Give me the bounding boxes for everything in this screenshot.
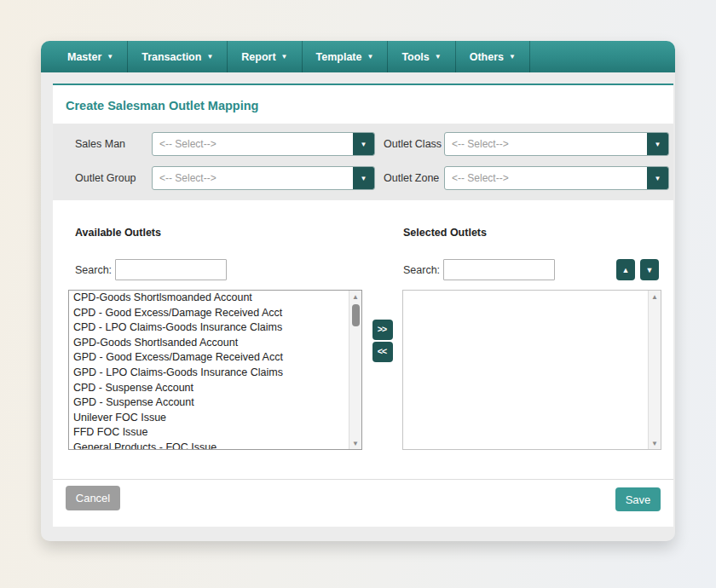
filter-form: Sales Man <-- Select--> ▼ Outlet Class <… bbox=[53, 124, 673, 200]
chevron-down-icon: ▼ bbox=[367, 54, 373, 61]
salesman-label: Sales Man bbox=[75, 138, 152, 150]
chevron-down-icon[interactable]: ▼ bbox=[353, 133, 374, 155]
available-search-label: Search: bbox=[75, 264, 112, 276]
list-item[interactable]: GPD - LPO Claims-Goods Insurance Claims bbox=[69, 366, 349, 381]
page-title: Create Salesman Outlet Mapping bbox=[66, 99, 258, 112]
menu-others-label: Others bbox=[470, 51, 504, 63]
chevron-down-icon: ▼ bbox=[435, 54, 442, 61]
scroll-up-icon[interactable]: ▲ bbox=[649, 291, 661, 303]
move-down-button[interactable]: ▼ bbox=[640, 259, 659, 280]
list-item[interactable]: CPD - LPO Claims-Goods Insurance Claims bbox=[69, 320, 349, 336]
outlet-class-select[interactable]: <-- Select--> ▼ bbox=[444, 132, 669, 156]
scroll-down-icon[interactable]: ▼ bbox=[649, 437, 661, 449]
move-left-button[interactable]: << bbox=[372, 342, 393, 362]
outlet-group-select-value: <-- Select--> bbox=[153, 167, 353, 189]
list-item[interactable]: GPD-Goods Shortlsanded Account bbox=[69, 336, 349, 351]
scroll-up-icon[interactable]: ▲ bbox=[349, 291, 361, 303]
available-outlets-listbox[interactable]: CPD-Goods Shortlsmoanded AccountCPD - Go… bbox=[68, 290, 362, 450]
content-panel: Create Salesman Outlet Mapping Sales Man… bbox=[53, 84, 673, 527]
menu-report[interactable]: Report ▼ bbox=[228, 41, 302, 72]
list-item[interactable]: CPD - Good Excess/Damage Received Acct bbox=[69, 306, 349, 321]
outlet-class-label: Outlet Class bbox=[384, 138, 444, 150]
menu-others[interactable]: Others ▼ bbox=[456, 41, 530, 72]
move-up-button[interactable]: ▲ bbox=[616, 259, 635, 280]
outlet-group-label: Outlet Group bbox=[75, 172, 152, 184]
available-search-input[interactable] bbox=[115, 259, 227, 280]
list-item[interactable]: GPD - Suspense Account bbox=[69, 395, 349, 411]
available-scrollbar[interactable]: ▲ ▼ bbox=[349, 291, 361, 449]
chevron-down-icon: ▼ bbox=[281, 54, 288, 61]
main-menu-bar: Master ▼ Transaction ▼ Report ▼ Template… bbox=[41, 41, 675, 72]
selected-search-label: Search: bbox=[403, 264, 440, 276]
list-item[interactable]: CPD - Suspense Account bbox=[69, 381, 349, 396]
available-outlets-list: CPD-Goods Shortlsmoanded AccountCPD - Go… bbox=[69, 291, 349, 449]
cancel-button[interactable]: Cancel bbox=[66, 486, 120, 510]
chevron-down-icon[interactable]: ▼ bbox=[647, 133, 668, 155]
chevron-down-icon[interactable]: ▼ bbox=[647, 167, 668, 189]
chevron-down-icon: ▼ bbox=[509, 54, 516, 61]
menu-master[interactable]: Master ▼ bbox=[54, 41, 128, 72]
outlet-zone-label: Outlet Zone bbox=[384, 172, 444, 184]
selected-outlets-list bbox=[403, 291, 648, 449]
salesman-select-value: <-- Select--> bbox=[153, 133, 353, 155]
list-item[interactable]: Unilever FOC Issue bbox=[69, 411, 349, 426]
outlet-class-select-value: <-- Select--> bbox=[445, 133, 647, 155]
selected-outlets-heading: Selected Outlets bbox=[403, 227, 487, 239]
list-item[interactable]: FFD FOC Issue bbox=[69, 425, 349, 441]
list-item[interactable]: General Products - FOC Issue bbox=[69, 441, 349, 449]
selected-outlets-listbox[interactable]: ▲ ▼ bbox=[402, 290, 661, 450]
scroll-down-icon[interactable]: ▼ bbox=[349, 437, 361, 449]
footer-divider bbox=[53, 479, 673, 480]
menu-transaction[interactable]: Transaction ▼ bbox=[128, 41, 228, 72]
outlet-group-select[interactable]: <-- Select--> ▼ bbox=[152, 166, 375, 190]
salesman-select[interactable]: <-- Select--> ▼ bbox=[152, 132, 375, 156]
chevron-down-icon: ▼ bbox=[206, 54, 213, 61]
save-button[interactable]: Save bbox=[615, 487, 661, 511]
menu-transaction-label: Transaction bbox=[141, 51, 201, 63]
list-item[interactable]: GPD - Good Excess/Damage Received Acct bbox=[69, 350, 349, 366]
available-outlets-heading: Available Outlets bbox=[75, 227, 161, 239]
menu-tools[interactable]: Tools ▼ bbox=[388, 41, 455, 72]
outlet-zone-select-value: <-- Select--> bbox=[445, 167, 647, 189]
menu-tools-label: Tools bbox=[401, 51, 429, 63]
selected-scrollbar[interactable]: ▲ ▼ bbox=[648, 291, 661, 449]
selected-search-input[interactable] bbox=[443, 259, 555, 280]
chevron-down-icon[interactable]: ▼ bbox=[353, 167, 374, 189]
list-item[interactable]: CPD-Goods Shortlsmoanded Account bbox=[69, 291, 349, 306]
menu-template[interactable]: Template ▼ bbox=[303, 41, 389, 72]
menu-master-label: Master bbox=[67, 51, 101, 63]
outlet-zone-select[interactable]: <-- Select--> ▼ bbox=[444, 166, 669, 190]
scrollbar-thumb[interactable] bbox=[352, 304, 360, 326]
menu-report-label: Report bbox=[241, 51, 275, 63]
menu-template-label: Template bbox=[316, 51, 362, 63]
move-right-button[interactable]: >> bbox=[372, 320, 393, 340]
chevron-down-icon: ▼ bbox=[107, 54, 113, 61]
main-window: Master ▼ Transaction ▼ Report ▼ Template… bbox=[41, 41, 675, 541]
